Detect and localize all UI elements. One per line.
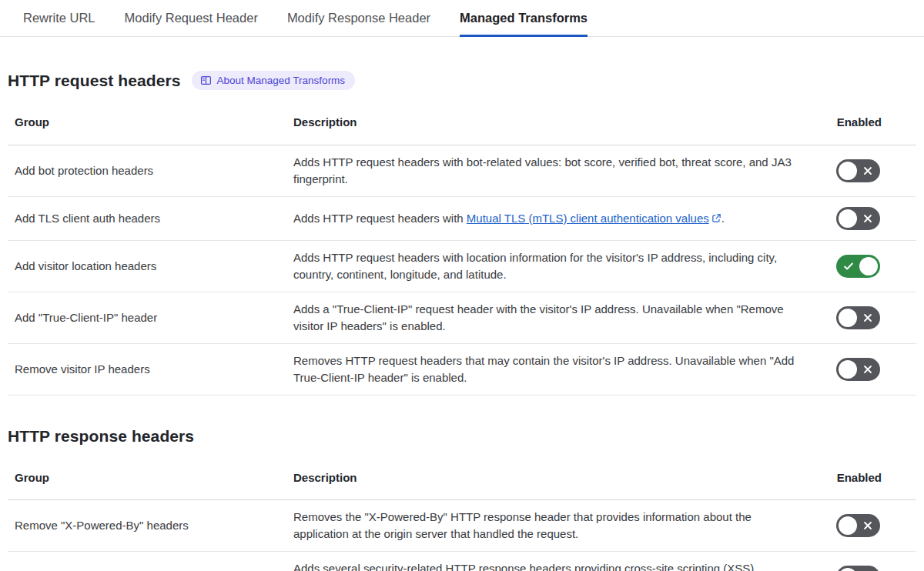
book-icon <box>200 75 212 86</box>
table-row: Add TLS client auth headers Adds HTTP re… <box>8 196 916 240</box>
toggle-knob <box>839 360 857 379</box>
enabled-toggle[interactable] <box>836 358 880 381</box>
column-header-group: Group <box>8 101 286 145</box>
enabled-cell <box>818 196 916 240</box>
group-label: Add TLS client auth headers <box>8 196 286 240</box>
description-cell: Removes HTTP request headers that may co… <box>286 343 818 395</box>
request-headers-section-head: HTTP request headers About Managed Trans… <box>8 71 916 90</box>
enabled-toggle[interactable] <box>836 306 880 329</box>
enabled-cell <box>818 145 916 196</box>
external-link-icon <box>709 212 721 225</box>
toggle-knob <box>839 568 857 571</box>
description-text: . <box>721 212 725 225</box>
column-header-description: Description <box>286 101 818 145</box>
description-text: Adds a "True-Client-IP" request header w… <box>293 302 784 332</box>
enabled-toggle[interactable] <box>836 514 880 537</box>
group-label: Remove visitor IP headers <box>8 343 286 395</box>
response-headers-title: HTTP response headers <box>8 427 194 446</box>
description-cell: Removes the "X-Powered-By" HTTP response… <box>286 500 818 552</box>
group-label: Remove "X-Powered-By" headers <box>8 500 286 552</box>
tab-modify-response-header[interactable]: Modify Response Header <box>287 0 430 37</box>
x-icon <box>862 165 873 176</box>
table-row: Remove visitor IP headers Removes HTTP r… <box>8 343 916 395</box>
transform-rules-tabbar: Rewrite URL Modify Request Header Modify… <box>0 0 924 37</box>
tab-rewrite-url[interactable]: Rewrite URL <box>23 0 95 37</box>
check-icon <box>843 261 854 272</box>
table-row: Add security headers Adds several securi… <box>8 552 916 571</box>
description-cell: Adds HTTP request headers with bot-relat… <box>286 145 818 196</box>
description-text: Adds HTTP request headers with bot-relat… <box>293 155 792 185</box>
enabled-toggle[interactable] <box>836 255 880 278</box>
description-cell: Adds a "True-Client-IP" request header w… <box>286 292 818 343</box>
description-cell: Adds HTTP request headers with location … <box>286 240 818 292</box>
request-table-body: Add bot protection headers Adds HTTP req… <box>8 145 916 395</box>
toggle-knob <box>839 162 857 180</box>
enabled-cell <box>818 552 916 571</box>
enabled-cell <box>818 292 916 343</box>
group-label: Add "True-Client-IP" header <box>8 292 286 343</box>
description-text: Adds HTTP request headers with <box>293 212 467 225</box>
table-row: Remove "X-Powered-By" headers Removes th… <box>8 500 916 552</box>
group-label: Add visitor location headers <box>8 240 286 292</box>
x-icon <box>862 213 873 224</box>
enabled-cell <box>818 500 916 552</box>
tab-modify-request-header[interactable]: Modify Request Header <box>125 0 258 37</box>
column-header-description: Description <box>286 456 818 500</box>
column-header-group: Group <box>8 456 286 500</box>
enabled-toggle[interactable] <box>836 207 880 230</box>
toggle-knob <box>839 309 857 327</box>
description-text: Removes HTTP request headers that may co… <box>293 354 794 384</box>
request-headers-table: Group Description Enabled Add bot protec… <box>8 101 916 396</box>
x-icon <box>862 364 873 375</box>
about-managed-transforms-badge[interactable]: About Managed Transforms <box>192 71 356 90</box>
group-label: Add bot protection headers <box>8 145 286 196</box>
column-header-enabled: Enabled <box>818 456 916 500</box>
description-cell: Adds HTTP request headers with Mutual TL… <box>286 196 818 240</box>
request-headers-title: HTTP request headers <box>8 72 181 90</box>
description-cell: Adds several security-related HTTP respo… <box>286 552 818 571</box>
description-text: Adds several security-related HTTP respo… <box>293 562 754 571</box>
table-row: Add bot protection headers Adds HTTP req… <box>8 145 916 196</box>
enabled-cell <box>818 343 916 395</box>
tab-managed-transforms[interactable]: Managed Transforms <box>460 0 588 37</box>
x-icon <box>862 312 873 323</box>
x-icon <box>862 520 873 531</box>
table-row: Add "True-Client-IP" header Adds a "True… <box>8 292 916 343</box>
enabled-toggle[interactable] <box>836 159 880 182</box>
about-badge-label: About Managed Transforms <box>217 75 346 86</box>
response-headers-section-head: HTTP response headers <box>8 427 916 446</box>
toggle-knob <box>859 257 878 275</box>
toggle-knob <box>839 209 857 228</box>
group-label: Add security headers <box>8 552 286 571</box>
table-row: Add visitor location headers Adds HTTP r… <box>8 240 916 292</box>
response-table-body: Remove "X-Powered-By" headers Removes th… <box>8 500 916 571</box>
description-text: Removes the "X-Powered-By" HTTP response… <box>293 510 752 540</box>
response-headers-table: Group Description Enabled Remove "X-Powe… <box>8 456 916 571</box>
toggle-knob <box>839 516 857 535</box>
enabled-cell <box>818 240 916 292</box>
description-link[interactable]: Mutual TLS (mTLS) client authentication … <box>467 212 721 225</box>
description-text: Adds HTTP request headers with location … <box>293 251 777 281</box>
column-header-enabled: Enabled <box>818 101 916 145</box>
enabled-toggle[interactable] <box>836 566 880 571</box>
